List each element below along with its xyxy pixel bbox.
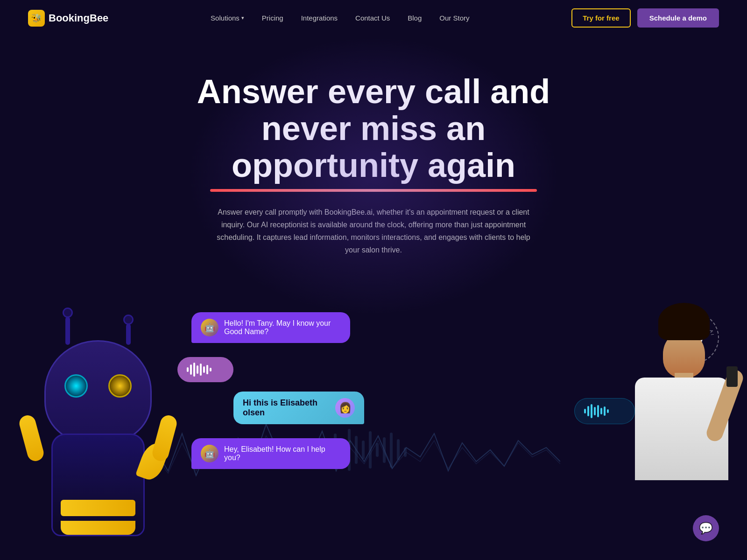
- headline-underline: [210, 189, 537, 192]
- robot-stripe-lower: [61, 521, 135, 535]
- robot-eye-right: [108, 374, 132, 398]
- nav-actions: Try for free Schedule a demo: [571, 8, 719, 28]
- wave-bar-1: [187, 367, 189, 372]
- robot-body: [51, 434, 145, 536]
- wave-bar-2: [190, 364, 192, 375]
- antenna-right: [126, 324, 131, 345]
- schedule-demo-button[interactable]: Schedule a demo: [637, 8, 719, 28]
- user-message: Hi this is Elisabeth olsen: [243, 398, 329, 418]
- hero-description: Answer every call promptly with BookingB…: [210, 206, 537, 257]
- wave-bar-7: [206, 365, 208, 374]
- robot-head: [44, 340, 152, 443]
- right-wave-bar-4: [594, 407, 596, 415]
- right-side: SPEAK TO OUR AI ▶: [542, 303, 747, 536]
- nav-contact[interactable]: Contact Us: [355, 14, 390, 22]
- wave-bar-4: [197, 365, 198, 374]
- robot-arm-left: [18, 413, 46, 463]
- right-audio-wave: [574, 398, 635, 424]
- robot: [19, 340, 177, 536]
- wave-bar-6: [203, 366, 205, 373]
- nav-solutions[interactable]: Solutions: [211, 14, 244, 22]
- robot-container: [0, 303, 196, 536]
- woman-hair: [658, 303, 710, 340]
- hero-headline: Answer every call and never miss an oppo…: [163, 73, 584, 184]
- robot-stripe-upper: [61, 500, 135, 516]
- wave-bar-3: [193, 363, 195, 377]
- robot-eye-left: [64, 374, 88, 398]
- right-wave-bar-3: [591, 404, 592, 418]
- nav-blog[interactable]: Blog: [408, 14, 422, 22]
- nav-pricing[interactable]: Pricing: [262, 14, 283, 22]
- antenna-ball-left: [63, 308, 73, 318]
- chat-icon-symbol: 💬: [699, 522, 713, 535]
- antenna-ball-right: [123, 315, 134, 325]
- bot-message-1: Hello! I'm Tany. May I know your Good Na…: [224, 319, 341, 336]
- navbar: 🐝 BookingBee Solutions Pricing Integrati…: [0, 0, 747, 36]
- right-wave-bar-7: [604, 406, 606, 416]
- nav-integrations[interactable]: Integrations: [301, 14, 338, 22]
- bot-avatar-1: 🤖: [201, 319, 218, 336]
- headline-line2: never miss an opportunity again: [232, 110, 515, 184]
- logo-text: BookingBee: [49, 12, 108, 24]
- chat-bubbles: 🤖 Hello! I'm Tany. May I know your Good …: [177, 312, 402, 469]
- right-wave-bar-6: [600, 408, 602, 414]
- audio-wave: [177, 357, 233, 382]
- chat-area: 🤖 Hello! I'm Tany. May I know your Good …: [0, 303, 747, 536]
- right-wave-bar-1: [584, 409, 586, 413]
- logo[interactable]: 🐝 BookingBee: [28, 10, 108, 27]
- antenna-left: [65, 317, 70, 345]
- user-avatar: 👩: [335, 398, 355, 418]
- bot-bubble-1: 🤖 Hello! I'm Tany. May I know your Good …: [191, 312, 350, 343]
- user-bubble: Hi this is Elisabeth olsen 👩: [233, 392, 364, 424]
- nav-story[interactable]: Our Story: [439, 14, 469, 22]
- hero-section: Answer every call and never miss an oppo…: [0, 36, 747, 303]
- bot-message-2: Hey, Elisabeth! How can I help you?: [224, 445, 341, 462]
- right-wave-bar-5: [597, 405, 599, 417]
- phone: [726, 366, 738, 387]
- woman-figure: [579, 312, 747, 536]
- try-free-button[interactable]: Try for free: [571, 8, 630, 28]
- logo-icon: 🐝: [28, 10, 45, 27]
- robot-arm-right: [151, 413, 179, 463]
- right-wave-bar-8: [607, 409, 609, 413]
- wave-bar-8: [210, 368, 211, 371]
- nav-links: Solutions Pricing Integrations Contact U…: [211, 14, 469, 22]
- svg-rect-11: [404, 448, 407, 457]
- wave-bar-5: [200, 364, 202, 376]
- bot-avatar-2: 🤖: [201, 445, 218, 462]
- chat-support-icon[interactable]: 💬: [693, 515, 719, 541]
- bee-icon: 🐝: [31, 13, 42, 23]
- headline-line1: Answer every call and: [197, 73, 550, 110]
- right-wave-bar-2: [587, 406, 589, 416]
- bot-bubble-2: 🤖 Hey, Elisabeth! How can I help you?: [191, 438, 350, 469]
